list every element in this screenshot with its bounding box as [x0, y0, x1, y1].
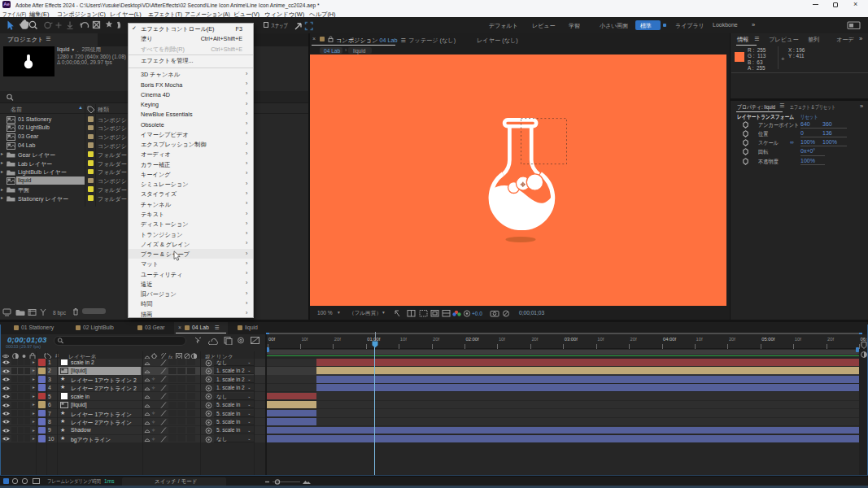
svg-text:+0.0: +0.0 [472, 311, 482, 316]
svg-text:8 bpc: 8 bpc [53, 310, 67, 316]
